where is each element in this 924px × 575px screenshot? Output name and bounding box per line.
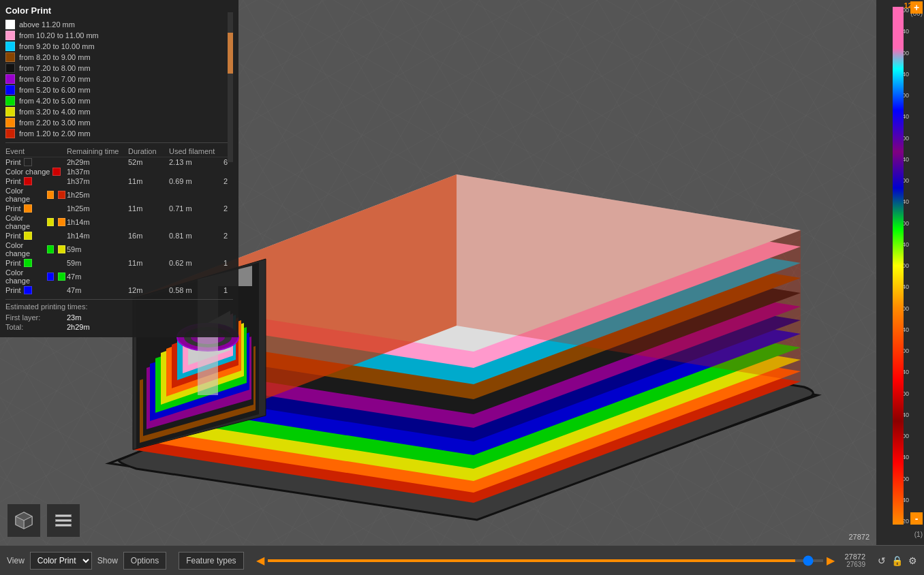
event-row: Color change 1h25m [5,186,233,204]
legend-label: from 4.20 to 5.00 mm [19,97,91,105]
event-swatch-1 [52,168,61,176]
events-list: Print 2h29m52m2.13 m6Color change 1h37mP… [5,157,233,295]
legend-item: above 11.20 mm [5,20,233,29]
legend-label: from 8.20 to 9.00 mm [19,53,91,61]
event-row: Print 47m12m0.58 m1 [5,285,233,295]
event-row: Color change 47m [5,268,233,285]
legend-item: from 6.20 to 7.00 mm [5,74,233,84]
legend-item: from 7.20 to 8.00 mm [5,63,233,73]
scale-plus-button[interactable]: + [910,1,923,14]
feature-types-button[interactable]: Feature types [179,552,243,570]
event-swatch-1 [24,259,32,267]
legend-item: from 2.20 to 3.00 mm [5,118,233,127]
event-row: Print 59m11m0.62 m1 [5,258,233,268]
events-header: Event Remaining time Duration Used filam… [5,146,233,157]
event-swatch-1 [24,286,32,294]
bottom-right-icons: ↺ 🔒 ⚙ [878,555,917,566]
event-swatch-2 [58,191,65,199]
first-layer-row: First layer: 23m [5,313,233,322]
settings-button[interactable]: ⚙ [908,555,917,566]
legend-swatch [5,52,15,62]
event-row: Print 1h14m16m0.81 m2 [5,231,233,240]
rotate-button[interactable]: ↺ [878,555,886,566]
event-swatch-1 [47,245,55,253]
col-duration: Duration [128,147,169,155]
col-remaining: Remaining time [67,147,128,155]
estimated-title: Estimated printing times: [5,302,233,311]
event-swatch-1 [24,177,32,185]
view-select[interactable]: Color Print [30,552,92,570]
event-row: Color change 1h37m [5,167,233,176]
event-row: Print 1h37m11m0.69 m2 [5,176,233,186]
layers-view-button[interactable] [46,503,80,538]
options-button[interactable]: Options [123,552,166,570]
event-swatch-2 [58,245,65,253]
viewport-number: 27872 [848,533,869,541]
legend-swatch [5,42,15,51]
event-row: Color change 59m [5,240,233,258]
legend-swatch [5,118,15,127]
legend-item: from 1.20 to 2.00 mm [5,129,233,138]
total-row: Total: 2h29m [5,322,233,332]
event-row: Print 2h29m52m2.13 m6 [5,157,233,167]
event-swatch-1 [24,204,32,213]
lock-button[interactable]: 🔒 [891,555,903,566]
scale-gradient [893,7,904,525]
total-value: 2h29m [67,323,90,331]
legend-label: from 7.20 to 8.00 mm [19,64,91,72]
legend-item: from 5.20 to 6.00 mm [5,85,233,95]
layer-value: 27872 [838,553,865,561]
event-swatch-1 [24,232,32,240]
left-panel: Color Print above 11.20 mmfrom 10.20 to … [0,0,238,337]
total-label: Total: [5,323,60,331]
legend-label: above 11.20 mm [19,20,75,29]
legend-swatch [5,96,15,106]
col-event: Event [5,147,67,155]
panel-scroll-thumb[interactable] [228,33,233,74]
layers-icon [54,511,73,530]
panel-scrollbar[interactable] [228,12,233,162]
legend-item: from 4.20 to 5.00 mm [5,96,233,106]
slider-left-arrow[interactable]: ◀ [256,554,264,567]
legend-swatch [5,31,15,40]
cube-view-button[interactable] [7,503,41,538]
scale-minus-button[interactable]: - [910,512,923,525]
layer-slider[interactable] [268,559,823,562]
legend-item: from 3.20 to 4.00 mm [5,107,233,116]
legend-swatch [5,74,15,84]
first-layer-value: 23m [67,313,81,322]
legend-label: from 9.20 to 10.00 mm [19,42,95,50]
cube-icon [13,510,35,531]
legend-label: from 5.20 to 6.00 mm [19,86,91,94]
panel-title: Color Print [5,5,233,16]
event-swatch-2 [58,273,65,281]
event-swatch-1 [47,273,55,281]
event-row: Color change 1h14m [5,213,233,231]
legend-item: from 10.20 to 11.00 mm [5,31,233,40]
event-swatch-1 [24,158,32,166]
bottom-toolbar: View Color Print Show Options Feature ty… [0,545,924,575]
view-icons [7,503,80,538]
legend-swatch [5,63,15,73]
event-swatch-1 [47,191,55,199]
legend-swatch [5,20,15,29]
scale-bar: 12.00 (60) + 12.0011.4011.0010.4010.009.… [876,0,924,545]
view-label: View [7,556,25,565]
event-swatch-2 [58,218,65,226]
slider-right-arrow[interactable]: ▶ [827,554,835,567]
first-layer-label: First layer: [5,313,60,322]
estimated-section: Estimated printing times: First layer: 2… [5,299,233,332]
show-label: Show [97,556,118,565]
legend-item: from 9.20 to 10.00 mm [5,42,233,51]
event-row: Print 1h25m11m0.71 m2 [5,204,233,213]
legend-item: from 8.20 to 9.00 mm [5,52,233,62]
legend-swatch [5,129,15,138]
col-filament: Used filament [169,147,224,155]
legend-swatch [5,107,15,116]
event-swatch-1 [47,218,55,226]
legend-label: from 2.20 to 3.00 mm [19,119,91,127]
legend-label: from 1.20 to 2.00 mm [19,129,91,138]
legend-list: above 11.20 mmfrom 10.20 to 11.00 mmfrom… [5,20,233,138]
layer-sub-value: 27639 [846,561,865,568]
scale-bottom-sub: (1) [914,531,923,538]
